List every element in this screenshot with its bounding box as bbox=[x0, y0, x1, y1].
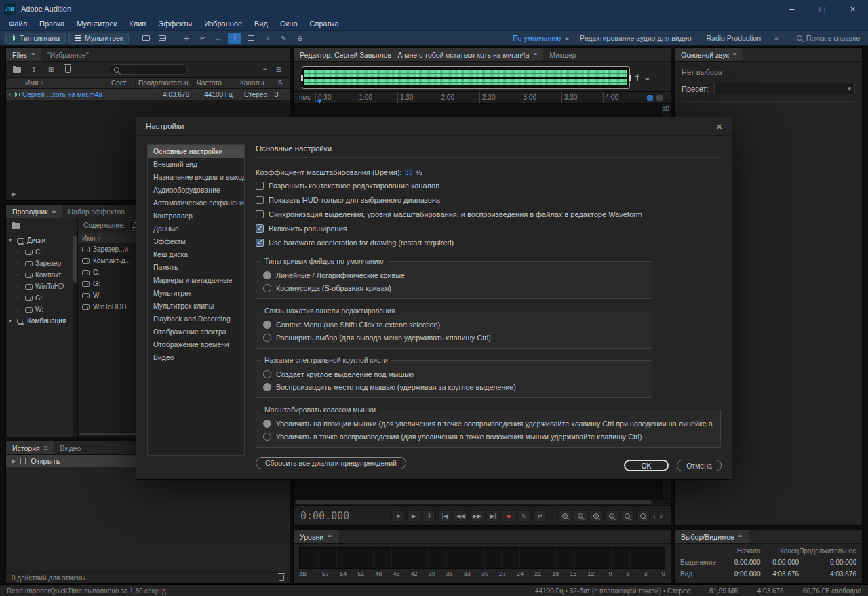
multitrack-view-button[interactable]: Мультитрек bbox=[68, 33, 129, 44]
cancel-button[interactable]: Отмена bbox=[677, 460, 722, 471]
radio-option[interactable]: Создаёт круглое выделение под мышью bbox=[263, 367, 645, 380]
ok-button[interactable]: OK bbox=[624, 460, 669, 471]
radio-option[interactable]: Context Menu (use Shift+Click to extend … bbox=[263, 318, 645, 331]
preview-play-button[interactable]: ▶ bbox=[12, 191, 16, 197]
panel-menu-icon[interactable]: ≡ bbox=[52, 207, 56, 215]
stop-button[interactable]: ■ bbox=[391, 510, 405, 521]
list-view-button[interactable]: ≡ bbox=[260, 64, 271, 75]
workspace-tab[interactable]: Редактирование аудио для видео bbox=[580, 34, 695, 42]
tree-item[interactable]: › Компакт bbox=[6, 269, 77, 281]
tree-chevron-icon[interactable]: › bbox=[17, 283, 22, 290]
tree-chevron-icon[interactable]: › bbox=[17, 295, 22, 301]
tree-item[interactable]: › Зарезер bbox=[6, 258, 77, 269]
playhead-time[interactable]: 0:00.000 bbox=[300, 510, 368, 522]
tree-chevron-icon[interactable]: › bbox=[17, 306, 22, 313]
menu-item[interactable]: Справка bbox=[304, 20, 345, 28]
rewind-button[interactable]: ◀◀ bbox=[454, 510, 468, 521]
tree-item[interactable]: ▾ Диски bbox=[6, 235, 77, 246]
move-tool-button[interactable]: ✛ bbox=[179, 33, 193, 44]
paintbrush-tool-button[interactable]: ✎ bbox=[277, 33, 290, 44]
file-row[interactable]: › Сергей ...хоть на миг.m4a 4:03.676 441… bbox=[6, 89, 290, 100]
tree-item[interactable]: › WinToHD bbox=[6, 281, 77, 292]
radio-option[interactable]: Увеличить на позиции мышки (для увеличен… bbox=[263, 417, 713, 430]
tree-item[interactable]: › C: bbox=[6, 246, 77, 258]
menu-item[interactable]: Клип bbox=[123, 20, 152, 28]
selection-end[interactable]: 0:00.000 bbox=[761, 559, 800, 566]
tree-chevron-icon[interactable]: ▾ bbox=[9, 318, 14, 324]
radio-option[interactable]: Расширить выбор (для вывода меню удержив… bbox=[263, 331, 645, 344]
view-duration[interactable]: 4:03.676 bbox=[799, 570, 856, 578]
tree-item[interactable]: ▾ Комбинация bbox=[6, 315, 77, 327]
waveform-overview[interactable] bbox=[302, 66, 630, 89]
overview-menu-icon[interactable]: ≡ bbox=[645, 74, 649, 82]
move-to-next-button[interactable]: ▶| bbox=[486, 510, 500, 521]
spot-healing-tool-button[interactable]: ⊕ bbox=[293, 33, 307, 44]
category-item[interactable]: Внешний вид bbox=[148, 158, 244, 171]
clock-icon[interactable] bbox=[647, 95, 653, 101]
timeline-ruler[interactable]: чмс 0:301:001:302:002:303:003:304:00 bbox=[294, 91, 671, 104]
video-hardware-button[interactable] bbox=[139, 33, 153, 44]
category-item[interactable]: Контроллер bbox=[148, 210, 244, 222]
delete-button[interactable] bbox=[62, 64, 73, 75]
time-selection-tool-button[interactable]: I bbox=[228, 33, 241, 44]
panel-menu-icon[interactable]: ≡ bbox=[31, 51, 35, 58]
category-item[interactable]: Основные настройки bbox=[148, 145, 244, 158]
tree-chevron-icon[interactable]: › bbox=[17, 272, 22, 278]
panel-tab[interactable]: Микшер bbox=[543, 48, 586, 61]
menu-item[interactable]: Окно bbox=[274, 20, 304, 28]
view-end[interactable]: 4:03.676 bbox=[761, 570, 800, 578]
new-item-button[interactable]: ⊞ bbox=[45, 64, 56, 75]
panel-tab[interactable]: Files ≡ bbox=[6, 48, 41, 61]
tree-item[interactable]: › G: bbox=[6, 292, 77, 304]
menu-item[interactable]: Вид bbox=[248, 20, 274, 28]
zoom-factor-value[interactable]: 33 bbox=[404, 168, 412, 176]
category-item[interactable]: Назначение входов и выходов bbox=[148, 171, 244, 184]
category-item[interactable]: Данные bbox=[148, 222, 244, 235]
slip-tool-button[interactable]: ↔ bbox=[212, 33, 225, 44]
menu-item[interactable]: Мультитрек bbox=[71, 20, 123, 28]
category-item[interactable]: Отображение спектра bbox=[148, 325, 244, 338]
panel-tab[interactable]: "Избранное" bbox=[41, 48, 99, 61]
column-state[interactable]: Сост... bbox=[108, 79, 135, 87]
skip-selection-button[interactable]: ⇄ bbox=[533, 510, 547, 521]
scroll-left-button[interactable]: ‹ bbox=[652, 512, 657, 520]
workspace-overflow-icon[interactable]: » bbox=[774, 33, 779, 43]
panel-tab[interactable]: Основной звук ≡ bbox=[675, 48, 743, 61]
maximize-button[interactable]: □ bbox=[807, 0, 837, 18]
menu-item[interactable]: Избранное bbox=[198, 20, 248, 28]
panel-tab[interactable]: История ≡ bbox=[6, 441, 54, 454]
pause-button[interactable]: ‖ bbox=[422, 510, 436, 521]
category-item[interactable]: Автоматическое сохранение bbox=[148, 197, 244, 210]
zoom-reset-button[interactable] bbox=[636, 510, 650, 521]
help-search-field[interactable]: Поиск в справке bbox=[797, 34, 860, 42]
column-sample-rate[interactable]: Частота bbox=[193, 79, 237, 87]
level-meter[interactable] bbox=[299, 547, 665, 569]
open-file-button[interactable] bbox=[12, 64, 22, 75]
menu-item[interactable]: Эффекты bbox=[152, 20, 198, 28]
category-item[interactable]: Память bbox=[148, 261, 244, 274]
column-bit-depth[interactable]: Б bbox=[275, 79, 290, 87]
panel-menu-icon[interactable]: ≡ bbox=[738, 533, 743, 540]
move-to-previous-button[interactable]: |◀ bbox=[438, 510, 452, 521]
tree-chevron-icon[interactable]: › bbox=[17, 260, 22, 266]
column-name[interactable]: Имя↑ bbox=[6, 79, 108, 87]
category-item[interactable]: Эффекты bbox=[148, 235, 244, 248]
checkbox-row[interactable]: Синхронизация выделения, уровня масштаби… bbox=[256, 207, 721, 221]
tree-chevron-icon[interactable]: ▾ bbox=[9, 237, 14, 243]
workspace-tab[interactable]: Radio Production bbox=[706, 34, 765, 42]
marquee-selection-tool-button[interactable] bbox=[244, 33, 258, 44]
scrollbar-thumb[interactable] bbox=[79, 433, 140, 435]
checkbox-row[interactable]: Разрешить контекстное редактирование кан… bbox=[256, 178, 721, 193]
tree-vertical-scrollbar[interactable] bbox=[73, 233, 77, 437]
preset-dropdown[interactable]: ▾ bbox=[714, 83, 856, 94]
panel-menu-icon[interactable]: ≡ bbox=[733, 51, 737, 58]
files-search-field[interactable] bbox=[108, 64, 188, 75]
reset-warnings-button[interactable]: Сбросить все диалоги предупреждений bbox=[256, 457, 406, 469]
loop-playback-button[interactable]: ↻ bbox=[517, 510, 531, 521]
vertical-zoom-icon[interactable] bbox=[637, 74, 638, 81]
panel-tab[interactable]: Уровни ≡ bbox=[294, 530, 338, 543]
selection-duration[interactable]: 0:00.000 bbox=[799, 559, 856, 566]
category-item[interactable]: Отображение времени bbox=[148, 338, 244, 351]
radio-option[interactable]: Линейные / Логарифмические кривые bbox=[263, 269, 645, 281]
grid-view-button[interactable]: ⊞ bbox=[273, 64, 284, 75]
